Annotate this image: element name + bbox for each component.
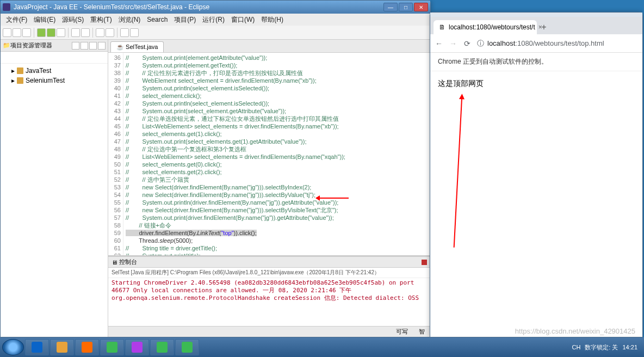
explorer-title: 项目资源管理器 xyxy=(10,41,71,50)
menu-project[interactable]: 项目(P) xyxy=(171,14,199,26)
console-launch-info: SelTest [Java 应用程序] C:\Program Files (x8… xyxy=(108,268,430,278)
chrome-tab[interactable]: 🗎 localhost:1080/webtours/test/t × xyxy=(434,20,537,34)
numlock-indicator: 数字锁定: 关 xyxy=(585,343,618,352)
toggle-mark-icon[interactable] xyxy=(106,28,114,37)
project-icon xyxy=(17,77,23,84)
project-seleniumtest[interactable]: ▸SeleniumTest xyxy=(4,76,104,85)
run-last-icon[interactable] xyxy=(57,28,65,37)
reload-icon[interactable]: ⟳ xyxy=(463,39,472,48)
console-view: 🖥 控制台 SelTest [Java 应用程序] C:\Program Fil… xyxy=(108,255,430,326)
annotation-arrow-up xyxy=(454,95,463,248)
console-output[interactable]: Starting ChromeDriver 2.40.565498 (ea082… xyxy=(108,278,430,326)
maximize-button[interactable]: □ xyxy=(399,3,413,11)
system-tray[interactable]: CH 数字锁定: 关 14:21 xyxy=(572,343,642,352)
forward-icon[interactable] xyxy=(130,28,139,37)
eclipse-icon xyxy=(3,3,10,11)
search-icon[interactable] xyxy=(96,28,104,37)
eclipse-statusbar: 可写 智 xyxy=(108,326,430,337)
page-heading: 这是顶部网页 xyxy=(438,79,635,89)
address-bar[interactable]: ⓘ localhost:1080/webtours/test/top.html xyxy=(477,39,638,48)
menu-help[interactable]: 帮助(H) xyxy=(258,14,287,26)
minimize-view-icon[interactable] xyxy=(89,42,97,50)
menu-search[interactable]: Search xyxy=(144,15,171,24)
taskbar-app-3[interactable] xyxy=(100,339,124,355)
clock[interactable]: 14:21 xyxy=(622,344,637,350)
new-package-icon[interactable] xyxy=(71,28,80,37)
automation-infobar: Chrome 正受到自动测试软件的控制。 xyxy=(430,53,642,71)
project-javatest[interactable]: ▸JavaTest xyxy=(4,66,104,76)
chrome-tabstrip: 🗎 localhost:1080/webtours/test/t × + xyxy=(430,17,642,34)
link-editor-icon[interactable] xyxy=(72,42,79,50)
editor-tab-seltest[interactable]: ☕ SelTest.java xyxy=(110,41,164,52)
windows-taskbar: CH 数字锁定: 关 14:21 xyxy=(0,337,644,357)
eclipse-titlebar[interactable]: JavaProject - Java EE - SeleniumTest/src… xyxy=(1,1,430,14)
save-icon[interactable] xyxy=(13,28,21,37)
taskbar-app-6[interactable] xyxy=(175,339,199,355)
console-icon: 🖥 xyxy=(112,259,117,266)
new-icon[interactable] xyxy=(3,28,11,37)
minimize-button[interactable]: — xyxy=(383,3,398,11)
eclipse-toolbar xyxy=(1,26,430,40)
close-button[interactable]: ✕ xyxy=(414,3,428,11)
menu-run[interactable]: 运行(R) xyxy=(199,14,228,26)
taskbar-app-2[interactable] xyxy=(75,339,99,355)
save-all-icon[interactable] xyxy=(22,28,31,37)
menu-file[interactable]: 文件(F) xyxy=(3,14,30,26)
ime-indicator[interactable]: CH xyxy=(572,344,580,350)
project-icon xyxy=(17,67,23,74)
window-title: JavaProject - Java EE - SeleniumTest/src… xyxy=(14,3,209,11)
menu-source[interactable]: 源码(S) xyxy=(59,14,87,26)
chrome-toolbar: ← → ⟳ ⓘ localhost:1080/webtours/test/top… xyxy=(430,34,642,53)
menu-edit[interactable]: 编辑(E) xyxy=(30,14,59,26)
taskbar-app-0[interactable] xyxy=(25,339,49,355)
back-icon[interactable] xyxy=(120,28,129,37)
watermark: https://blog.csdn.net/weixin_42901425 xyxy=(515,327,635,335)
status-smart: 智 xyxy=(419,328,425,336)
info-icon[interactable]: ⓘ xyxy=(477,39,484,48)
code-editor[interactable]: 36 37 38 39 40 41 42 43 44 45 46 47 48 4… xyxy=(108,53,430,255)
menu-window[interactable]: 窗口(W) xyxy=(228,14,258,26)
menu-refactor[interactable]: 重构(T) xyxy=(87,14,115,26)
page-icon: 🗎 xyxy=(439,23,445,31)
run-icon[interactable] xyxy=(47,28,55,37)
tab-title: localhost:1080/webtours/test/t xyxy=(449,23,535,31)
chrome-viewport[interactable]: 这是顶部网页 xyxy=(430,71,642,337)
maximize-view-icon[interactable] xyxy=(98,42,106,50)
taskbar-app-4[interactable] xyxy=(125,339,149,355)
project-explorer: 📁 项目资源管理器 ▸JavaTest ▸SeleniumTest xyxy=(1,40,108,337)
new-class-icon[interactable] xyxy=(81,28,90,37)
terminate-icon[interactable] xyxy=(422,260,427,265)
new-tab-button[interactable]: + xyxy=(537,20,551,34)
start-button[interactable] xyxy=(2,339,24,355)
console-title: 控制台 xyxy=(119,258,137,266)
editor-tabbar: ☕ SelTest.java xyxy=(108,40,430,53)
taskbar-app-5[interactable] xyxy=(150,339,174,355)
status-writable: 可写 xyxy=(396,328,408,336)
menu-navigate[interactable]: 浏览(N) xyxy=(115,14,144,26)
taskbar-app-1[interactable] xyxy=(50,339,74,355)
folder-icon: 📁 xyxy=(3,42,10,49)
debug-icon[interactable] xyxy=(37,28,46,37)
chrome-window: 🗎 localhost:1080/webtours/test/t × + ← →… xyxy=(430,12,643,337)
eclipse-window: JavaProject - Java EE - SeleniumTest/src… xyxy=(0,0,431,337)
view-menu-icon[interactable] xyxy=(81,42,88,50)
forward-icon[interactable]: → xyxy=(449,39,457,48)
eclipse-menubar: 文件(F) 编辑(E) 源码(S) 重构(T) 浏览(N) Search 项目(… xyxy=(1,14,430,26)
back-icon[interactable]: ← xyxy=(435,39,443,48)
java-file-icon: ☕ xyxy=(116,44,124,50)
